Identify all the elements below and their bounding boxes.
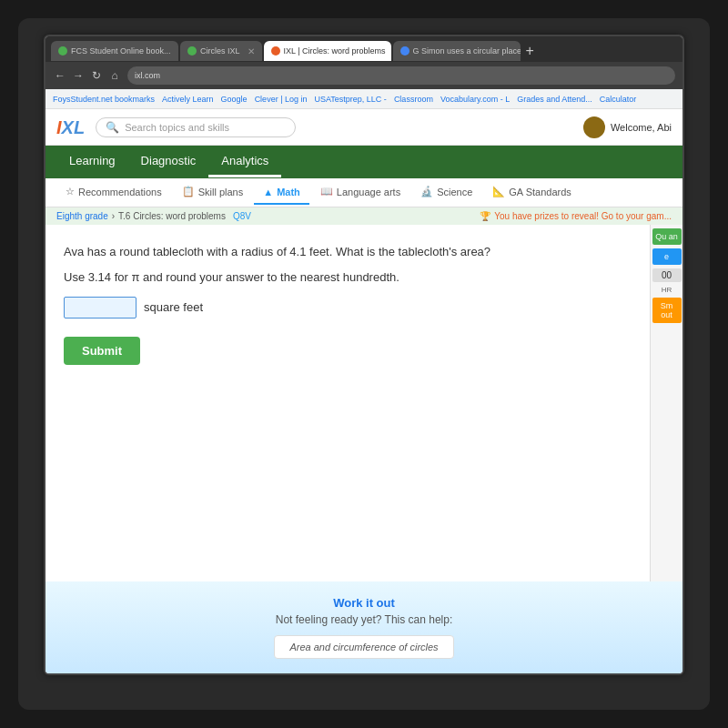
new-tab-button[interactable]: + bbox=[526, 44, 534, 58]
home-button[interactable]: ⌂ bbox=[107, 69, 122, 82]
subnav-skill-plans-label: Skill plans bbox=[198, 187, 244, 197]
bookmark-actively[interactable]: Actively Learn bbox=[162, 95, 214, 104]
bookmark-calculator[interactable]: Calculator bbox=[600, 95, 637, 104]
tab-favicon-simon bbox=[400, 46, 410, 56]
bookmark-clever[interactable]: Clever | Log in bbox=[255, 95, 308, 104]
tabs-bar: FCS Student Online book... ✕ Circles IXL… bbox=[46, 36, 682, 62]
ixl-logo-xl: XL bbox=[62, 117, 86, 137]
nav-buttons: ← → ↻ ⌂ bbox=[53, 69, 122, 82]
breadcrumb: Eighth grade › T.6 Circles: word problem… bbox=[46, 207, 682, 225]
header-right: Welcome, Abi bbox=[583, 116, 672, 138]
tab-circles[interactable]: Circles IXL ✕ bbox=[180, 41, 262, 61]
search-bar[interactable]: 🔍 Search topics and skills bbox=[96, 117, 296, 137]
search-placeholder-text: Search topics and skills bbox=[125, 122, 229, 133]
nav-learning[interactable]: Learning bbox=[56, 147, 128, 177]
sidebar-blue-btn[interactable]: e bbox=[652, 248, 682, 265]
subnav-recommendations[interactable]: ☆ Recommendations bbox=[56, 180, 171, 205]
work-it-out-section: Work it out Not feeling ready yet? This … bbox=[46, 581, 682, 673]
bookmark-vocab[interactable]: Vocabulary.com - L bbox=[440, 95, 510, 104]
skill-plans-icon: 📋 bbox=[182, 186, 195, 197]
subnav-math[interactable]: ▲ Math bbox=[254, 181, 309, 205]
laptop-frame: FCS Student Online book... ✕ Circles IXL… bbox=[18, 18, 710, 710]
ixl-site: IXL 🔍 Search topics and skills Welcome, … bbox=[46, 109, 682, 673]
breadcrumb-grade[interactable]: Eighth grade bbox=[56, 211, 108, 221]
bookmarks-bar: FoysStudent.net bookmarks Actively Learn… bbox=[46, 89, 682, 109]
use-pi-text: Use 3.14 for π and round your answer to … bbox=[64, 270, 632, 284]
tab-label-fcs: FCS Student Online book... bbox=[71, 46, 171, 56]
work-it-out-title: Work it out bbox=[64, 596, 664, 610]
main-content: Ava has a round tablecloth with a radius… bbox=[46, 225, 682, 581]
answer-input[interactable] bbox=[64, 297, 136, 318]
tab-simon[interactable]: G Simon uses a circular placem... ✕ bbox=[393, 41, 521, 61]
bookmark-foys[interactable]: FoysStudent.net bookmarks bbox=[53, 95, 155, 104]
sidebar-orange-btn[interactable]: Sm out bbox=[652, 298, 682, 323]
answer-row: square feet bbox=[64, 297, 632, 318]
avatar bbox=[583, 116, 605, 138]
tab-fcs[interactable]: FCS Student Online book... ✕ bbox=[51, 41, 178, 61]
ixl-main-nav: Learning Diagnostic Analytics bbox=[46, 146, 682, 178]
nav-analytics[interactable]: Analytics bbox=[208, 147, 281, 177]
question-area: Ava has a round tablecloth with a radius… bbox=[46, 225, 650, 581]
tab-favicon-fcs bbox=[58, 46, 67, 56]
browser-chrome: FCS Student Online book... ✕ Circles IXL… bbox=[46, 36, 682, 109]
ixl-sub-nav: ☆ Recommendations 📋 Skill plans ▲ Math 📖… bbox=[46, 178, 682, 207]
reload-button[interactable]: ↻ bbox=[89, 69, 104, 82]
math-icon: ▲ bbox=[263, 187, 273, 197]
ixl-header: IXL 🔍 Search topics and skills Welcome, … bbox=[46, 109, 682, 146]
subnav-science[interactable]: 🔬 Science bbox=[411, 180, 481, 205]
welcome-text: Welcome, Abi bbox=[611, 122, 672, 133]
answer-unit: square feet bbox=[144, 300, 203, 314]
bookmark-grades[interactable]: Grades and Attend... bbox=[517, 95, 592, 104]
tab-favicon-ixl bbox=[271, 46, 280, 56]
search-icon: 🔍 bbox=[106, 121, 119, 134]
tab-label-simon: G Simon uses a circular placem... bbox=[413, 46, 521, 56]
nav-diagnostic[interactable]: Diagnostic bbox=[128, 147, 209, 177]
work-it-out-subtitle: Not feeling ready yet? This can help: bbox=[64, 613, 664, 626]
bookmark-usa[interactable]: USATestprep, LLC - bbox=[315, 95, 387, 104]
bookmark-classroom[interactable]: Classroom bbox=[394, 95, 433, 104]
timer-display: 00 bbox=[652, 268, 682, 282]
bookmark-google[interactable]: Google bbox=[221, 95, 248, 104]
back-button[interactable]: ← bbox=[53, 69, 67, 82]
subnav-ga-standards-label: GA Standards bbox=[509, 187, 571, 197]
tab-ixl[interactable]: IXL | Circles: word problems ✕ bbox=[264, 41, 391, 61]
subnav-language-arts[interactable]: 📖 Language arts bbox=[311, 180, 410, 205]
tab-label-circles: Circles IXL bbox=[200, 46, 240, 56]
recommendations-icon: ☆ bbox=[66, 186, 75, 197]
prize-banner[interactable]: 🏆 You have prizes to reveal! Go to your … bbox=[480, 211, 672, 221]
question-text: Ava has a round tablecloth with a radius… bbox=[64, 243, 632, 261]
right-sidebar: Qu an e 00 HR Sm out bbox=[650, 225, 682, 581]
tab-favicon-circles bbox=[187, 46, 197, 56]
submit-button[interactable]: Submit bbox=[64, 337, 140, 365]
breadcrumb-sep: › bbox=[112, 211, 115, 221]
tab-close-circles[interactable]: ✕ bbox=[248, 46, 255, 56]
breadcrumb-question: Q8V bbox=[233, 211, 251, 221]
breadcrumb-text: Eighth grade › T.6 Circles: word problem… bbox=[56, 211, 251, 221]
subnav-skill-plans[interactable]: 📋 Skill plans bbox=[173, 180, 253, 205]
subnav-ga-standards[interactable]: 📐 GA Standards bbox=[483, 180, 581, 205]
ga-standards-icon: 📐 bbox=[492, 186, 505, 197]
timer-label: HR bbox=[662, 286, 672, 294]
ixl-logo: IXL bbox=[56, 118, 85, 136]
subnav-language-arts-label: Language arts bbox=[337, 187, 400, 197]
subnav-recommendations-label: Recommendations bbox=[78, 187, 162, 197]
breadcrumb-topic: T.6 Circles: word problems bbox=[118, 211, 226, 221]
subnav-science-label: Science bbox=[437, 187, 472, 197]
address-box[interactable]: ixl.com bbox=[127, 66, 675, 85]
trophy-icon: 🏆 bbox=[480, 211, 490, 221]
subnav-math-label: Math bbox=[277, 187, 300, 197]
prize-text: You have prizes to reveal! Go to your ga… bbox=[494, 211, 672, 221]
forward-button[interactable]: → bbox=[71, 69, 86, 82]
language-arts-icon: 📖 bbox=[320, 186, 333, 197]
help-link[interactable]: Area and circumference of circles bbox=[274, 635, 453, 659]
science-icon: 🔬 bbox=[420, 186, 433, 197]
address-text: ixl.com bbox=[135, 71, 160, 80]
tab-label-ixl: IXL | Circles: word problems bbox=[284, 46, 386, 56]
screen: FCS Student Online book... ✕ Circles IXL… bbox=[46, 36, 682, 673]
sidebar-question-btn[interactable]: Qu an bbox=[652, 228, 682, 245]
address-bar-row: ← → ↻ ⌂ ixl.com bbox=[46, 62, 682, 89]
